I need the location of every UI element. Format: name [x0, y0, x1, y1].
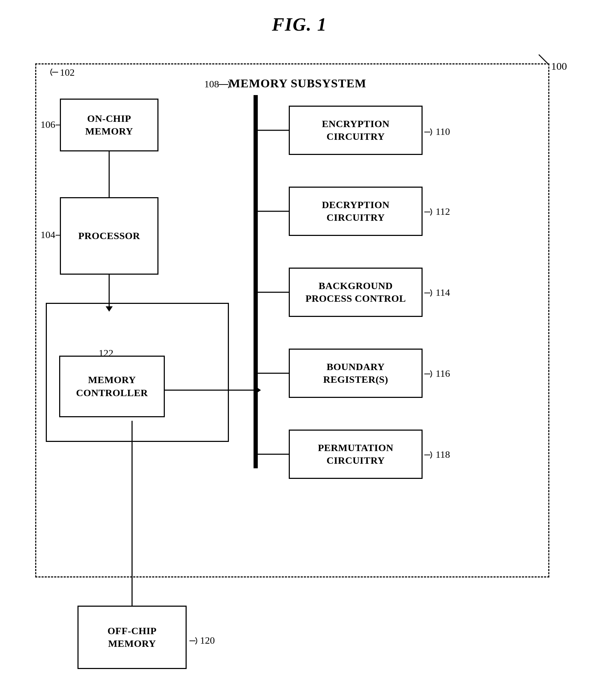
permutation-circuitry-box: PERMUTATIONCIRCUITRY	[289, 430, 423, 479]
on-chip-memory-box: ON-CHIPMEMORY	[60, 99, 158, 151]
memory-controller-box: MEMORYCONTROLLER	[59, 356, 165, 417]
processor-label: PROCESSOR	[78, 230, 140, 242]
bus-line	[254, 95, 258, 468]
encryption-circuitry-label: ENCRYPTIONCIRCUITRY	[322, 118, 389, 143]
page: FIG. 1 100 102 106 104 108 110 112	[0, 0, 599, 700]
background-process-control-label: BACKGROUNDPROCESS CONTROL	[305, 280, 406, 305]
encryption-circuitry-box: ENCRYPTIONCIRCUITRY	[289, 106, 423, 155]
memory-subsystem-label: MEMORY SUBSYSTEM	[229, 77, 366, 90]
processor-box: PROCESSOR	[60, 197, 158, 275]
svg-text:120: 120	[200, 635, 215, 646]
on-chip-memory-label: ON-CHIPMEMORY	[85, 112, 133, 138]
off-chip-memory-label: OFF-CHIPMEMORY	[107, 625, 156, 650]
memory-controller-label: MEMORYCONTROLLER	[76, 374, 148, 399]
permutation-circuitry-label: PERMUTATIONCIRCUITRY	[318, 442, 393, 467]
decryption-circuitry-box: DECRYPTIONCIRCUITRY	[289, 187, 423, 236]
background-process-control-box: BACKGROUNDPROCESS CONTROL	[289, 268, 423, 317]
boundary-registers-box: BOUNDARYREGISTER(S)	[289, 349, 423, 398]
decryption-circuitry-label: DECRYPTIONCIRCUITRY	[322, 199, 389, 224]
svg-text:100: 100	[551, 60, 567, 72]
boundary-registers-label: BOUNDARYREGISTER(S)	[323, 361, 388, 386]
figure-title: FIG. 1	[272, 14, 327, 35]
off-chip-memory-box: OFF-CHIPMEMORY	[77, 606, 187, 669]
